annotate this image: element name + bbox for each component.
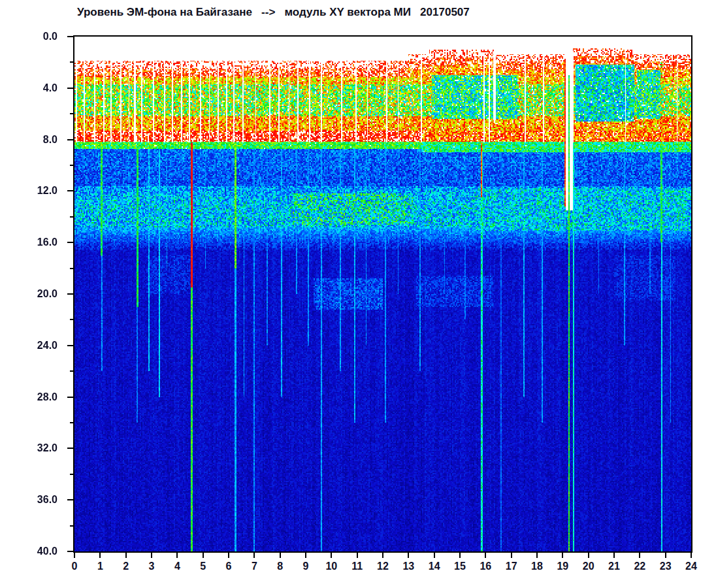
x-tick-label: 7 <box>240 560 268 573</box>
y-major-tick <box>67 397 73 398</box>
x-tick-label: 19 <box>548 560 577 573</box>
y-major-tick <box>67 293 73 295</box>
x-tick <box>305 553 306 558</box>
y-minor-tick <box>70 474 73 475</box>
x-tick <box>228 553 229 558</box>
y-major-tick <box>67 499 73 500</box>
x-tick <box>125 553 127 558</box>
y-major-tick <box>67 551 73 552</box>
x-tick-label: 5 <box>189 560 218 573</box>
x-tick <box>176 553 178 558</box>
y-major-tick <box>67 88 73 89</box>
x-tick-label: 1 <box>86 560 114 573</box>
y-minor-tick <box>70 525 73 527</box>
x-tick-label: 12 <box>368 560 397 573</box>
x-tick-label: 2 <box>112 560 140 573</box>
x-tick <box>536 553 538 558</box>
x-tick <box>151 553 152 558</box>
x-tick <box>485 553 486 558</box>
x-tick-label: 8 <box>266 560 295 573</box>
y-minor-tick <box>70 422 73 423</box>
y-minor-tick <box>70 165 73 166</box>
x-tick-label: 3 <box>137 560 166 573</box>
chart-title: Уровень ЭМ-фона на Байгазане --> модуль … <box>77 6 639 22</box>
x-tick <box>588 553 589 558</box>
y-major-tick <box>67 448 73 449</box>
y-minor-tick <box>70 319 73 320</box>
y-tick-label: 4.0 <box>24 82 57 94</box>
x-tick <box>639 553 640 558</box>
x-tick <box>511 553 512 558</box>
x-tick-label: 24 <box>677 560 706 573</box>
plot-frame <box>73 35 692 553</box>
x-tick-label: 4 <box>163 560 191 573</box>
x-tick-label: 20 <box>574 560 603 573</box>
x-tick <box>280 553 281 558</box>
y-minor-tick <box>70 268 73 269</box>
x-tick-label: 22 <box>625 560 654 573</box>
x-tick <box>382 553 383 558</box>
x-tick <box>99 553 101 558</box>
x-tick <box>613 553 615 558</box>
x-tick-label: 23 <box>651 560 680 573</box>
x-tick <box>408 553 409 558</box>
y-tick-label: 32.0 <box>24 442 57 454</box>
x-tick <box>357 553 358 558</box>
y-tick-label: 16.0 <box>24 237 57 248</box>
x-tick-label: 18 <box>523 560 551 573</box>
x-tick-label: 15 <box>446 560 474 573</box>
x-tick-label: 9 <box>291 560 320 573</box>
y-tick-label: 24.0 <box>24 340 57 351</box>
x-tick-label: 16 <box>471 560 500 573</box>
x-tick-label: 6 <box>214 560 243 573</box>
y-major-tick <box>67 36 73 37</box>
y-minor-tick <box>70 370 73 372</box>
x-tick <box>459 553 461 558</box>
x-tick-label: 14 <box>420 560 449 573</box>
x-tick <box>691 553 692 558</box>
y-major-tick <box>67 139 73 140</box>
x-tick <box>665 553 666 558</box>
screenshot-root: Уровень ЭМ-фона на Байгазане --> модуль … <box>0 0 716 588</box>
x-tick <box>253 553 255 558</box>
spectrogram-canvas <box>74 37 691 551</box>
x-tick-label: 11 <box>343 560 372 573</box>
x-tick-label: 17 <box>497 560 526 573</box>
y-minor-tick <box>70 113 73 114</box>
y-tick-label: 28.0 <box>24 391 57 403</box>
y-tick-label: 20.0 <box>24 288 57 300</box>
x-tick-label: 0 <box>60 560 89 573</box>
x-tick <box>434 553 435 558</box>
x-tick <box>74 553 75 558</box>
y-major-tick <box>67 345 73 346</box>
x-tick-label: 10 <box>317 560 346 573</box>
y-minor-tick <box>70 61 73 63</box>
x-tick-label: 21 <box>600 560 628 573</box>
y-tick-label: 8.0 <box>24 134 57 146</box>
y-tick-label: 0.0 <box>24 31 57 42</box>
y-tick-label: 36.0 <box>24 494 57 506</box>
x-tick-label: 13 <box>394 560 423 573</box>
x-tick <box>203 553 204 558</box>
y-major-tick <box>67 190 73 191</box>
y-minor-tick <box>70 216 73 218</box>
y-tick-label: 40.0 <box>24 546 57 557</box>
x-tick <box>331 553 332 558</box>
x-tick <box>562 553 563 558</box>
y-major-tick <box>67 242 73 243</box>
y-tick-label: 12.0 <box>24 185 57 197</box>
